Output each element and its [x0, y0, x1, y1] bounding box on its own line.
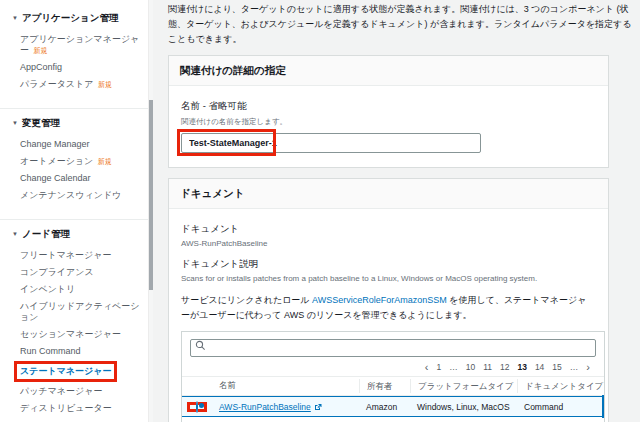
- table-header-row: 名前 所有者 プラットフォームタイプ ドキュメントタイプ: [182, 376, 605, 396]
- sidebar-item-patch-manager[interactable]: パッチマネージャー: [20, 386, 140, 397]
- sidebar-section-change-management: ▼変更管理 Change Manager オートメーション 新規 Change …: [0, 108, 148, 219]
- annotation-box-selected-radio: [187, 402, 207, 412]
- name-field-label: 名前 - 省略可能: [181, 100, 596, 113]
- doctype-cell: Command: [517, 402, 605, 412]
- sidebar-section-title-node-management[interactable]: ▼ノード管理: [12, 228, 140, 241]
- pagination-page-13-current[interactable]: 13: [517, 362, 526, 372]
- pagination-page-15[interactable]: 15: [552, 362, 561, 372]
- document-value: AWS-RunPatchBaseline: [181, 239, 597, 248]
- intro-text: 関連付けにより、ターゲットのセットに適用する状態が定義されます。関連付けには、3…: [168, 2, 632, 47]
- platform-cell: Windows, Linux, MacOS: [410, 402, 517, 412]
- pagination-page-10[interactable]: 10: [466, 362, 475, 372]
- pagination-page-14[interactable]: 14: [535, 362, 544, 372]
- table-row[interactable]: AWS-RunPatchBaseline Amazon Windows, Lin…: [182, 396, 605, 417]
- sidebar-section-application-management: ▼アプリケーション管理 アプリケーションマネージャー 新規 AppConfig …: [0, 4, 148, 108]
- table-row[interactable]: AWS-RunPatchBaselineAssociation Amazon W…: [182, 417, 605, 422]
- column-header-document-type[interactable]: ドキュメントタイプ: [517, 379, 605, 393]
- document-table-container: ‹ 1 … 10 11 12 13 14 15 … › 名前 所有者 プラットフ: [181, 331, 605, 422]
- sidebar-item-session-manager[interactable]: セッションマネージャー: [20, 329, 140, 340]
- pagination-prev-icon[interactable]: ‹: [425, 363, 429, 371]
- pagination-ellipsis: …: [570, 362, 579, 372]
- section-collapse-icon: ▼: [12, 120, 18, 126]
- column-header-name[interactable]: 名前: [212, 380, 359, 392]
- association-details-card: 関連付けの詳細の指定 名前 - 省略可能 関連付けの名前を指定します。: [168, 55, 609, 168]
- sidebar-section-title-application-management[interactable]: ▼アプリケーション管理: [12, 12, 140, 25]
- sidebar-item-appconfig[interactable]: AppConfig: [20, 62, 140, 73]
- pagination-page-12[interactable]: 12: [500, 362, 509, 372]
- name-field-help: 関連付けの名前を指定します。: [181, 117, 596, 127]
- column-header-owner[interactable]: 所有者: [359, 379, 410, 393]
- new-badge: 新規: [34, 47, 48, 54]
- sidebar-item-fleet-manager[interactable]: フリートマネージャー: [20, 250, 140, 261]
- sidebar-nav: ▼アプリケーション管理 アプリケーションマネージャー 新規 AppConfig …: [0, 0, 148, 422]
- search-icon: [195, 340, 206, 351]
- selected-row-right-border: [602, 395, 604, 418]
- sidebar-item-change-manager[interactable]: Change Manager: [20, 139, 140, 150]
- owner-cell: Amazon: [359, 402, 410, 412]
- document-link[interactable]: AWS-RunPatchBaseline: [219, 402, 311, 412]
- pagination-next-icon[interactable]: ›: [586, 363, 590, 371]
- section-collapse-icon: ▼: [12, 231, 18, 237]
- sidebar-item-compliance[interactable]: コンプライアンス: [20, 267, 140, 278]
- pagination: ‹ 1 … 10 11 12 13 14 15 … ›: [182, 357, 604, 376]
- column-header-platform-type[interactable]: プラットフォームタイプ: [410, 379, 517, 393]
- service-role-text: サービスにリンクされたロール AWSServiceRoleForAmazonSS…: [181, 293, 595, 323]
- section-collapse-icon: ▼: [12, 15, 18, 21]
- document-search-input[interactable]: [190, 339, 596, 357]
- sidebar-item-change-calendar[interactable]: Change Calendar: [20, 173, 140, 184]
- document-radio-selected[interactable]: [196, 401, 198, 413]
- sidebar-item-state-manager[interactable]: ステートマネージャー: [20, 363, 140, 380]
- sidebar-item-automation[interactable]: オートメーション 新規: [20, 156, 140, 167]
- sidebar-item-run-command[interactable]: Run Command: [20, 346, 140, 357]
- document-description-label: ドキュメント説明: [181, 258, 597, 271]
- association-name-input[interactable]: [181, 133, 481, 153]
- document-card: ドキュメント ドキュメント AWS-RunPatchBaseline ドキュメン…: [168, 178, 609, 422]
- pagination-page-11[interactable]: 11: [483, 362, 492, 372]
- sidebar-item-inventory[interactable]: インベントリ: [20, 284, 140, 295]
- sidebar-item-parameter-store[interactable]: パラメータストア 新規: [20, 79, 140, 90]
- pagination-page-1[interactable]: 1: [436, 362, 441, 372]
- sidebar-section-title-change-management[interactable]: ▼変更管理: [12, 117, 140, 130]
- main-content: 関連付けにより、ターゲットのセットに適用する状態が定義されます。関連付けには、3…: [153, 0, 640, 422]
- external-link-icon[interactable]: [314, 403, 322, 411]
- sidebar-item-distributor[interactable]: ディストリビューター: [20, 403, 140, 414]
- document-label: ドキュメント: [181, 223, 597, 236]
- document-description-value: Scans for or installs patches from a pat…: [181, 274, 597, 283]
- pagination-ellipsis: …: [449, 362, 458, 372]
- sidebar-item-hybrid-activations[interactable]: ハイブリッドアクティベーション: [20, 301, 140, 323]
- sidebar-section-node-management: ▼ノード管理 フリートマネージャー コンプライアンス インベントリ ハイブリッド…: [0, 219, 148, 422]
- new-badge: 新規: [98, 81, 112, 88]
- new-badge: 新規: [98, 158, 112, 165]
- document-card-title: ドキュメント: [169, 179, 608, 209]
- sidebar-item-maintenance-windows[interactable]: メンテナンスウィンドウ: [20, 190, 140, 201]
- service-role-link[interactable]: AWSServiceRoleForAmazonSSM: [312, 295, 447, 305]
- association-details-card-title: 関連付けの詳細の指定: [169, 56, 608, 86]
- annotation-box-state-manager: ステートマネージャー: [14, 361, 117, 382]
- sidebar-item-application-manager[interactable]: アプリケーションマネージャー 新規: [20, 34, 140, 56]
